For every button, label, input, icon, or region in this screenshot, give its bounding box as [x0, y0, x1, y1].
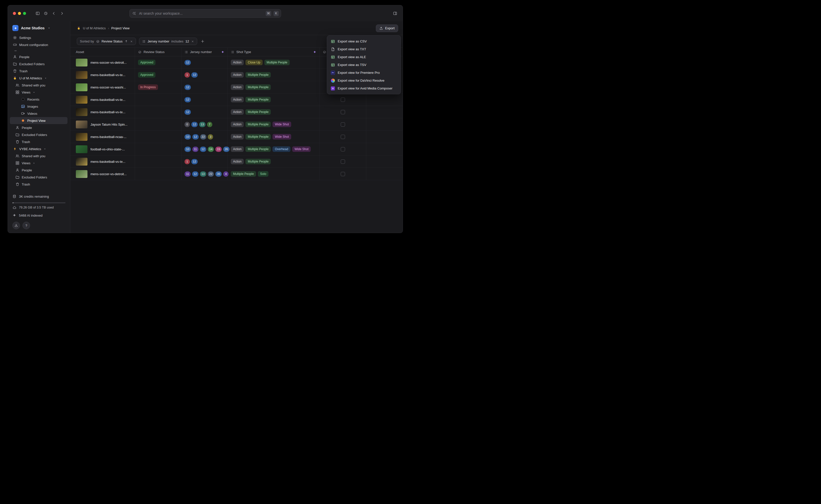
jersey-chips: 11121322364: [185, 171, 229, 177]
table-file-icon: [331, 63, 335, 67]
row-checkbox[interactable]: [341, 135, 345, 139]
close-window-button[interactable]: [13, 12, 16, 15]
filter-pill[interactable]: Jersey number includes 12: [139, 38, 197, 45]
menu-item-export-view-for-premiere-pro[interactable]: PrExport view for Premiere Pro: [329, 69, 399, 77]
storage-progress-fill: [12, 202, 14, 203]
sidebar-item-people[interactable]: People: [10, 167, 67, 174]
row-checkbox[interactable]: [341, 122, 345, 127]
sidebar-item-label: Trash: [22, 140, 30, 144]
sidebar-item-project-view[interactable]: Project View: [10, 117, 67, 124]
maximize-window-button[interactable]: [23, 12, 26, 15]
sidebar-item-u-of-m-athletics[interactable]: U of M Athletics: [10, 75, 67, 82]
jersey-chip: 12: [192, 171, 198, 177]
empty-cell: [366, 118, 403, 130]
export-button[interactable]: Export: [376, 25, 398, 32]
asset-thumbnail: [76, 83, 87, 91]
sidebar-item-videos[interactable]: Videos: [10, 110, 67, 117]
column-header-review-status[interactable]: Review Status: [135, 48, 181, 56]
history-icon[interactable]: [44, 11, 48, 15]
sidebar-item-people[interactable]: People: [10, 53, 67, 60]
jersey-chips: 012137: [185, 122, 212, 127]
menu-item-export-view-as-ale[interactable]: Export view as ALE: [329, 53, 399, 61]
bolt-icon: [13, 147, 17, 151]
sidebar-item-mount-configuration[interactable]: Mount configuration: [10, 41, 67, 48]
titlebar: ⌘ K: [8, 5, 403, 21]
k-key: K: [273, 11, 279, 16]
column-header-shot-type[interactable]: Shot Type: [228, 48, 320, 56]
import-button[interactable]: [12, 222, 20, 229]
sidebar-item-trash[interactable]: Trash: [10, 67, 67, 75]
remove-filter-icon[interactable]: [191, 40, 194, 43]
table-row[interactable]: mens-basketball-vs-te...12ActionMultiple…: [70, 94, 403, 106]
jersey-number-cell: 012137: [181, 118, 228, 130]
sidebar-item-vybe-athletics[interactable]: VYBE Athletics: [10, 145, 67, 152]
search-input[interactable]: [139, 11, 263, 16]
menu-item-export-view-as-txt[interactable]: Export view as TXT: [329, 45, 399, 53]
add-filter-icon[interactable]: [201, 39, 204, 43]
column-label: Jersey number: [190, 50, 212, 54]
sidebar-item-excluded-folders[interactable]: Excluded Folders: [10, 174, 67, 181]
shot-type-badges: ActionMultiple People: [231, 84, 271, 90]
row-checkbox[interactable]: [341, 172, 345, 176]
asset-name: mens-soccer-vs-detroit...: [90, 61, 127, 64]
review-status-cell: Approved: [135, 56, 181, 68]
shot-type-cell: ActionMultiple People: [228, 81, 320, 93]
sidebar-item-trash[interactable]: Trash: [10, 138, 67, 145]
workspace-switcher[interactable]: Acme Studios: [8, 21, 70, 33]
empty-cell: [366, 168, 403, 180]
asset-thumbnail: [76, 170, 87, 178]
asset-cell: mens-soccer-vs-detroit...: [70, 168, 135, 180]
table-row[interactable]: Jayson Tatum Hits Spin...012137ActionMul…: [70, 118, 403, 131]
help-button[interactable]: ?: [22, 222, 30, 229]
sidebar-item-settings[interactable]: Settings: [10, 34, 67, 41]
sidebar-item-recents[interactable]: Recents: [10, 96, 67, 103]
sidebar-item-label: People: [19, 55, 29, 59]
sort-ascending-icon[interactable]: [125, 40, 128, 43]
shot-type-badge: Action: [231, 97, 244, 102]
asset-thumbnail: [76, 71, 87, 79]
table-row[interactable]: football-vs-ohio-state-...101112141526Ac…: [70, 143, 403, 155]
menu-item-export-view-for-avid-media-composer[interactable]: AExport view for Avid Media Composer: [329, 84, 399, 92]
jersey-chip: 13: [200, 171, 206, 177]
breadcrumb-parent[interactable]: U of M Athletics: [83, 26, 106, 30]
forward-icon[interactable]: [60, 11, 64, 15]
shot-type-cell: ActionMultiple People: [228, 155, 320, 168]
menu-item-export-view-as-tsv[interactable]: Export view as TSV: [329, 61, 399, 69]
remove-sort-icon[interactable]: [130, 40, 133, 43]
column-header-asset[interactable]: Asset: [70, 48, 135, 56]
menu-item-label: Export view for Premiere Pro: [338, 71, 380, 75]
row-checkbox[interactable]: [341, 110, 345, 114]
column-header-jersey-number[interactable]: Jersey number: [181, 48, 228, 56]
sidebar-item-excluded-folders[interactable]: Excluded Folders: [10, 131, 67, 138]
table-row[interactable]: mens-basketball-vs-te...112ActionMultipl…: [70, 155, 403, 168]
sidebar-item-images[interactable]: Images: [10, 103, 67, 110]
back-icon[interactable]: [52, 11, 56, 15]
sidebar-item-excluded-folders[interactable]: Excluded Folders: [10, 60, 67, 67]
shot-type-cell: ActionMultiple PeopleWide Shot: [228, 131, 320, 143]
row-checkbox[interactable]: [341, 98, 345, 102]
sidebar-item-trash[interactable]: Trash: [10, 181, 67, 188]
sidebar-item-label: People: [22, 126, 32, 130]
right-panel-toggle-icon[interactable]: [393, 11, 397, 15]
sidebar-item-views[interactable]: Views: [10, 89, 67, 96]
jersey-chips: 112: [185, 72, 198, 78]
checkbox-cell: [320, 143, 366, 155]
storage-label: 79.26 GB of 3.5 TB used: [19, 206, 54, 209]
sidebar-toggle-icon[interactable]: [36, 11, 40, 15]
sidebar-item-shared-with-you[interactable]: Shared with you: [10, 82, 67, 89]
menu-item-export-view-for-davinci-resolve[interactable]: Export view for DaVinci Resolve: [329, 77, 399, 84]
row-checkbox[interactable]: [341, 147, 345, 151]
table-row[interactable]: mens-soccer-vs-detroit...11121322364Mult…: [70, 168, 403, 180]
sort-pill[interactable]: Sorted by Review Status: [77, 38, 136, 45]
sidebar-item-views[interactable]: Views: [10, 159, 67, 167]
table-row[interactable]: mens-basketball-ncaa-...1012223ActionMul…: [70, 131, 403, 143]
sidebar-item-people[interactable]: People: [10, 124, 67, 131]
row-checkbox[interactable]: [341, 159, 345, 164]
ai-search-bar[interactable]: ⌘ K: [129, 9, 281, 18]
sidebar-item-shared-with-you[interactable]: Shared with you: [10, 152, 67, 159]
minimize-window-button[interactable]: [18, 12, 21, 15]
jersey-chips: 1012223: [185, 134, 213, 140]
sidebar-item-label: Excluded Folders: [22, 175, 47, 179]
menu-item-export-view-as-csv[interactable]: Export view as CSV: [329, 37, 399, 45]
table-row[interactable]: mens-basketball-vs-te...12ActionMultiple…: [70, 106, 403, 118]
